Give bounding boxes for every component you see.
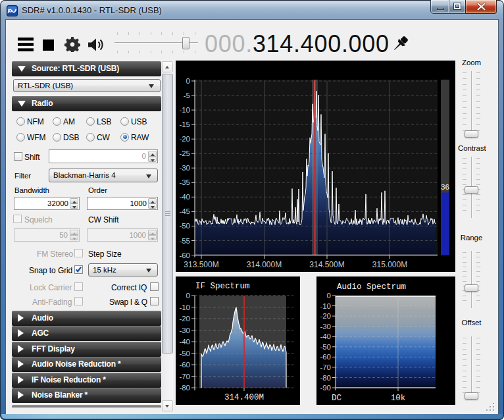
svg-text:315.000M: 315.000M — [372, 260, 407, 269]
svg-text:-30: -30 — [179, 327, 190, 334]
svg-text:-5: -5 — [184, 92, 190, 99]
svg-text:-55: -55 — [179, 237, 190, 245]
svg-text:0: 0 — [186, 77, 190, 85]
svg-text:-40: -40 — [179, 338, 190, 346]
svg-text:-60: -60 — [179, 251, 190, 259]
svg-text:-45: -45 — [179, 207, 190, 215]
svg-text:-80: -80 — [179, 384, 190, 392]
svg-text:-60: -60 — [320, 353, 331, 361]
svg-text:0: 0 — [186, 292, 190, 300]
svg-text:-80: -80 — [320, 374, 331, 382]
svg-text:-25: -25 — [179, 149, 190, 157]
svg-text:-10: -10 — [320, 302, 331, 310]
svg-text:-20: -20 — [179, 135, 190, 143]
svg-text:-10: -10 — [179, 106, 190, 114]
svg-text:Audio Spectrum: Audio Spectrum — [337, 282, 406, 292]
svg-text:-90: -90 — [320, 384, 331, 392]
svg-text:0: 0 — [327, 292, 331, 300]
svg-text:-50: -50 — [320, 343, 331, 351]
svg-text:DC: DC — [332, 394, 341, 403]
svg-text:314.500M: 314.500M — [309, 260, 344, 269]
svg-text:-30: -30 — [179, 164, 190, 172]
svg-text:-40: -40 — [320, 332, 331, 340]
svg-text:-50: -50 — [179, 350, 190, 357]
svg-text:-10: -10 — [179, 303, 190, 311]
svg-text:314.000M: 314.000M — [247, 260, 282, 269]
svg-text:10k: 10k — [391, 394, 406, 403]
svg-text:36: 36 — [441, 183, 449, 191]
svg-text:-15: -15 — [179, 120, 190, 128]
svg-text:-70: -70 — [179, 373, 190, 381]
svg-text:-20: -20 — [320, 312, 331, 320]
svg-text:-20: -20 — [179, 315, 190, 323]
svg-text:313.500M: 313.500M — [184, 260, 218, 269]
svg-text:-35: -35 — [179, 178, 190, 186]
svg-text:-40: -40 — [179, 193, 190, 201]
svg-text:-30: -30 — [320, 323, 331, 330]
svg-text:-70: -70 — [320, 363, 331, 371]
svg-text:-60: -60 — [179, 361, 190, 369]
svg-text:IF Spectrum: IF Spectrum — [195, 282, 250, 291]
svg-text:-50: -50 — [179, 222, 190, 230]
svg-text:314.400M: 314.400M — [224, 393, 264, 402]
